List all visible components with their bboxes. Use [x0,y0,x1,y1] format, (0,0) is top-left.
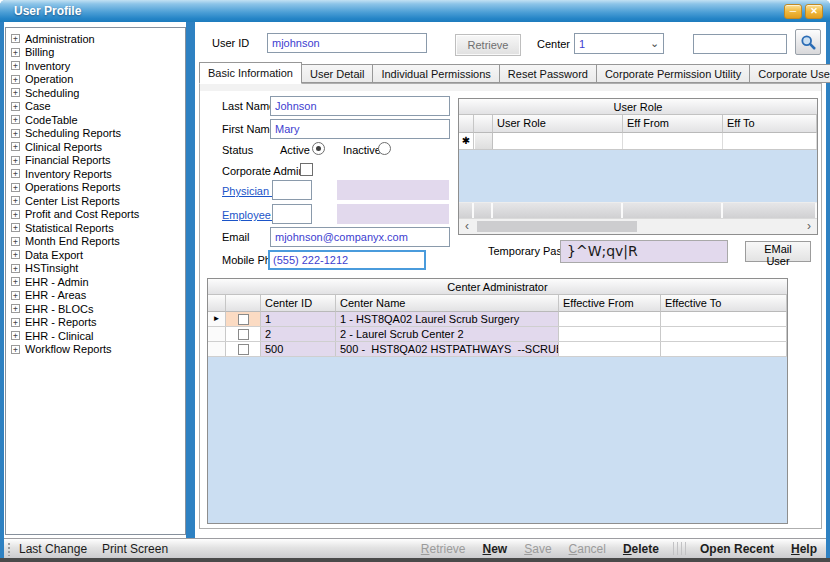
status-inactive-radio[interactable] [378,142,391,155]
table-row[interactable]: 500500 - HST8QA02 HSTPATHWAYS --SCRUBBED… [208,342,787,357]
command-open-recent[interactable]: Open Recent [700,542,774,556]
cell-center-id[interactable]: 500 [261,342,336,356]
sidebar-item-billing[interactable]: +Billing [8,46,185,60]
command-retrieve[interactable]: Retrieve [421,542,466,556]
minimize-button[interactable]: ─ [784,4,802,19]
scroll-right-icon[interactable]: › [801,219,817,234]
statusbar-last-change[interactable]: Last Change [19,542,87,556]
tree-expand-icon[interactable]: + [11,237,20,246]
tree-expand-icon[interactable]: + [11,345,20,354]
user-role-new-cell-user-role[interactable] [493,133,623,149]
sidebar-item-data-export[interactable]: +Data Export [8,248,185,262]
corporate-admin-checkbox[interactable] [300,163,313,176]
email-input[interactable] [270,227,450,247]
scroll-track[interactable] [475,219,801,234]
sidebar-item-profit-and-cost-reports[interactable]: +Profit and Cost Reports [8,208,185,222]
tab-corporate-permission-utility[interactable]: Corporate Permission Utility [596,64,750,83]
row-checkbox[interactable] [238,314,249,325]
tree-expand-icon[interactable]: + [11,210,20,219]
cell-effective-to[interactable] [661,342,787,356]
tree-expand-icon[interactable]: + [11,291,20,300]
checkbox-cell[interactable] [226,312,261,326]
tab-reset-password[interactable]: Reset Password [499,64,597,83]
sidebar-item-hstinsight[interactable]: +HSTinsight [8,262,185,276]
sidebar-item-inventory[interactable]: +Inventory [8,59,185,73]
search-button[interactable] [795,29,821,55]
scroll-thumb[interactable] [477,221,637,232]
user-role-new-cell-eff-to[interactable] [723,133,817,149]
cell-effective-from[interactable] [559,312,661,326]
user-role-hscrollbar[interactable]: ‹ › [459,218,817,234]
status-active-radio[interactable] [312,142,325,155]
sidebar-item-ehr-clinical[interactable]: +EHR - Clinical [8,329,185,343]
scroll-left-icon[interactable]: ‹ [459,219,475,234]
splitter-handle[interactable] [186,22,195,538]
sidebar-item-case[interactable]: +Case [8,100,185,114]
close-button[interactable]: ✕ [805,4,823,19]
tree-expand-icon[interactable]: + [11,102,20,111]
sidebar-item-ehr-reports[interactable]: +EHR - Reports [8,316,185,330]
last-name-input[interactable] [270,96,450,116]
tree-expand-icon[interactable]: + [11,88,20,97]
checkbox-cell[interactable] [226,327,261,341]
user-role-new-row[interactable]: ✱ [459,133,817,150]
tree-expand-icon[interactable]: + [11,34,20,43]
command-save[interactable]: Save [524,542,551,556]
sidebar-item-ehr-blocs[interactable]: +EHR - BLOCs [8,302,185,316]
sidebar-item-inventory-reports[interactable]: +Inventory Reports [8,167,185,181]
tree-expand-icon[interactable]: + [11,142,20,151]
cell-effective-to[interactable] [661,312,787,326]
tree-expand-icon[interactable]: + [11,304,20,313]
command-help[interactable]: Help [791,542,817,556]
sidebar-item-clinical-reports[interactable]: +Clinical Reports [8,140,185,154]
sidebar-item-scheduling[interactable]: +Scheduling [8,86,185,100]
retrieve-button[interactable]: Retrieve [455,34,521,56]
sidebar-item-workflow-reports[interactable]: +Workflow Reports [8,343,185,357]
physician-id-input[interactable] [272,180,312,200]
first-name-input[interactable] [270,119,450,139]
command-new[interactable]: New [483,542,508,556]
tree-expand-icon[interactable]: + [11,169,20,178]
user-role-new-cell-eff-from[interactable] [623,133,723,149]
sidebar-item-month-end-reports[interactable]: +Month End Reports [8,235,185,249]
tab-user-detail[interactable]: User Detail [301,64,373,83]
tree-expand-icon[interactable]: + [11,156,20,165]
cell-center-id[interactable]: 2 [261,327,336,341]
cell-effective-to[interactable] [661,327,787,341]
row-checkbox[interactable] [238,344,249,355]
cell-effective-from[interactable] [559,327,661,341]
employee-id-input[interactable] [272,204,312,224]
row-checkbox[interactable] [238,329,249,340]
sidebar-item-operations-reports[interactable]: +Operations Reports [8,181,185,195]
sidebar-item-statistical-reports[interactable]: +Statistical Reports [8,221,185,235]
quick-search-input[interactable] [693,34,787,54]
cell-center-name[interactable]: 1 - HST8QA02 Laurel Scrub Surgery [336,312,559,326]
tab-individual-permissions[interactable]: Individual Permissions [372,64,499,83]
tab-corporate-user-role-utility[interactable]: Corporate User Role Utility [749,64,830,83]
sidebar-item-operation[interactable]: +Operation [8,73,185,87]
tree-expand-icon[interactable]: + [11,115,20,124]
tree-expand-icon[interactable]: + [11,196,20,205]
user-id-input[interactable] [267,33,427,53]
cell-center-id[interactable]: 1 [261,312,336,326]
cell-effective-from[interactable] [559,342,661,356]
sidebar-item-administration[interactable]: +Administration [8,32,185,46]
sidebar-item-codetable[interactable]: +CodeTable [8,113,185,127]
cell-center-name[interactable]: 500 - HST8QA02 HSTPATHWAYS --SCRUBBED S [336,342,559,356]
table-row[interactable]: ►11 - HST8QA02 Laurel Scrub Surgery [208,312,787,327]
table-row[interactable]: 22 - Laurel Scrub Center 2 [208,327,787,342]
tree-expand-icon[interactable]: + [11,61,20,70]
tree-expand-icon[interactable]: + [11,277,20,286]
tree-expand-icon[interactable]: + [11,331,20,340]
checkbox-cell[interactable] [226,342,261,356]
sidebar-item-center-list-reports[interactable]: +Center List Reports [8,194,185,208]
tree-expand-icon[interactable]: + [11,48,20,57]
tree-expand-icon[interactable]: + [11,129,20,138]
tree-expand-icon[interactable]: + [11,183,20,192]
sidebar-item-financial-reports[interactable]: +Financial Reports [8,154,185,168]
row-selector[interactable]: ► [208,312,226,326]
sidebar-item-ehr-areas[interactable]: +EHR - Areas [8,289,185,303]
command-delete[interactable]: Delete [623,542,659,556]
sidebar-item-scheduling-reports[interactable]: +Scheduling Reports [8,127,185,141]
mobile-phone-input[interactable] [268,250,426,270]
